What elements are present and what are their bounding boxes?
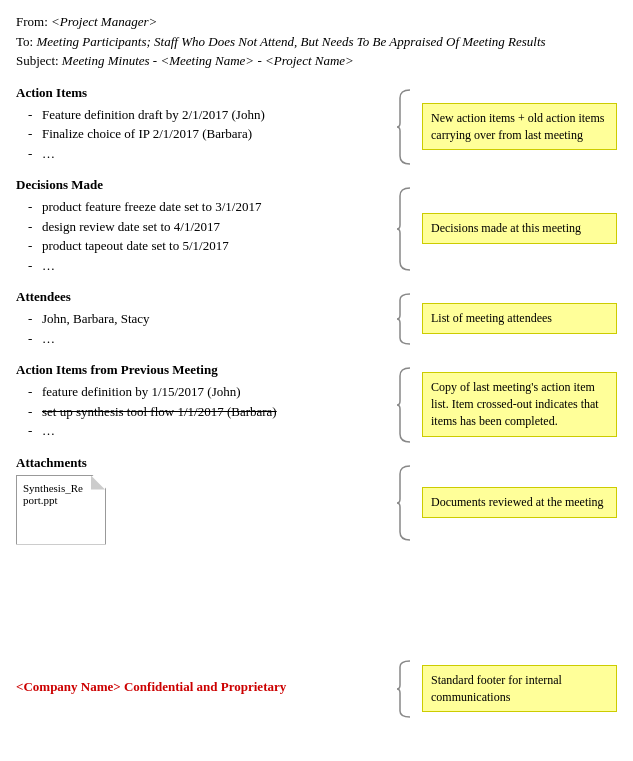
- subject-value: Meeting Minutes - <Meeting Name> - <Proj…: [62, 53, 354, 68]
- action-items-section: Action Items Feature definition draft by…: [16, 85, 386, 164]
- left-column: Action Items Feature definition draft by…: [16, 85, 396, 649]
- list-item: Finalize choice of IP 2/1/2017 (Barbara): [28, 124, 386, 144]
- annotation-text: Decisions made at this meeting: [431, 221, 581, 235]
- attachments-title: Attachments: [16, 455, 386, 471]
- annotation-text: Documents reviewed at the meeting: [431, 495, 604, 509]
- list-item: set up synthesis tool flow 1/1/2017 (Bar…: [28, 402, 386, 422]
- attachment-filename: Synthesis_Report.ppt: [23, 482, 83, 506]
- list-item: …: [28, 329, 386, 349]
- action-items-list: Feature definition draft by 2/1/2017 (Jo…: [16, 105, 386, 164]
- list-item: …: [28, 421, 386, 441]
- list-item: product feature freeze date set to 3/1/2…: [28, 197, 386, 217]
- attendees-title: Attendees: [16, 289, 386, 305]
- annotation-box: Decisions made at this meeting: [422, 213, 617, 244]
- decisions-section: Decisions Made product feature freeze da…: [16, 177, 386, 275]
- decisions-title: Decisions Made: [16, 177, 386, 193]
- list-item: …: [28, 144, 386, 164]
- annotation-attendees: List of meeting attendees: [396, 291, 617, 347]
- annotation-decisions: Decisions made at this meeting: [396, 185, 617, 273]
- brace-icon: [396, 659, 416, 719]
- list-item: feature definition by 1/15/2017 (John): [28, 382, 386, 402]
- brace-icon: [396, 464, 416, 542]
- from-value: <Project Manager>: [51, 14, 157, 29]
- footer-left: <Company Name> Confidential and Propriet…: [16, 659, 396, 695]
- header-from: From: <Project Manager>: [16, 12, 617, 32]
- action-items-title: Action Items: [16, 85, 386, 101]
- annotation-action-items: New action items + old action items carr…: [396, 87, 617, 167]
- from-label: From:: [16, 14, 48, 29]
- annotation-attachments: Documents reviewed at the meeting: [396, 463, 617, 543]
- list-item: John, Barbara, Stacy: [28, 309, 386, 329]
- annotation-text: New action items + old action items carr…: [431, 111, 604, 142]
- brace-icon: [396, 186, 416, 272]
- brace-icon: [396, 292, 416, 346]
- annotation-text: List of meeting attendees: [431, 311, 552, 325]
- attachments-section: Attachments Synthesis_Report.ppt: [16, 455, 386, 545]
- to-value: Meeting Participants; Staff Who Does Not…: [36, 34, 545, 49]
- header-to: To: Meeting Participants; Staff Who Does…: [16, 32, 617, 52]
- footer-section: <Company Name> Confidential and Propriet…: [16, 659, 617, 719]
- list-item: design review date set to 4/1/2017: [28, 217, 386, 237]
- annotation-previous-action: Copy of last meeting's action item list.…: [396, 365, 617, 445]
- list-item: product tapeout date set to 5/1/2017: [28, 236, 386, 256]
- brace-icon: [396, 366, 416, 444]
- attachment-file: Synthesis_Report.ppt: [16, 475, 106, 545]
- annotation-box: New action items + old action items carr…: [422, 103, 617, 151]
- attendees-section: Attendees John, Barbara, Stacy …: [16, 289, 386, 348]
- list-item: …: [28, 256, 386, 276]
- email-header: From: <Project Manager> To: Meeting Part…: [16, 12, 617, 71]
- annotation-box: List of meeting attendees: [422, 303, 617, 334]
- annotation-box: Documents reviewed at the meeting: [422, 487, 617, 518]
- previous-action-section: Action Items from Previous Meeting featu…: [16, 362, 386, 441]
- footer-annotation-text: Standard footer for internal communicati…: [431, 673, 562, 704]
- spacer: [16, 559, 386, 649]
- previous-action-title: Action Items from Previous Meeting: [16, 362, 386, 378]
- annotation-box: Copy of last meeting's action item list.…: [422, 372, 617, 436]
- attendees-list: John, Barbara, Stacy …: [16, 309, 386, 348]
- right-column: New action items + old action items carr…: [396, 85, 617, 649]
- previous-action-list: feature definition by 1/15/2017 (John) s…: [16, 382, 386, 441]
- decisions-list: product feature freeze date set to 3/1/2…: [16, 197, 386, 275]
- header-subject: Subject: Meeting Minutes - <Meeting Name…: [16, 51, 617, 71]
- brace-icon: [396, 88, 416, 166]
- right-spacer: [396, 557, 617, 647]
- footer-right: Standard footer for internal communicati…: [396, 659, 617, 719]
- main-layout: Action Items Feature definition draft by…: [16, 85, 617, 649]
- annotation-text: Copy of last meeting's action item list.…: [431, 380, 599, 428]
- to-label: To:: [16, 34, 33, 49]
- subject-label: Subject:: [16, 53, 59, 68]
- footer-annotation-box: Standard footer for internal communicati…: [422, 665, 617, 713]
- list-item: Feature definition draft by 2/1/2017 (Jo…: [28, 105, 386, 125]
- footer-text: <Company Name> Confidential and Propriet…: [16, 679, 286, 694]
